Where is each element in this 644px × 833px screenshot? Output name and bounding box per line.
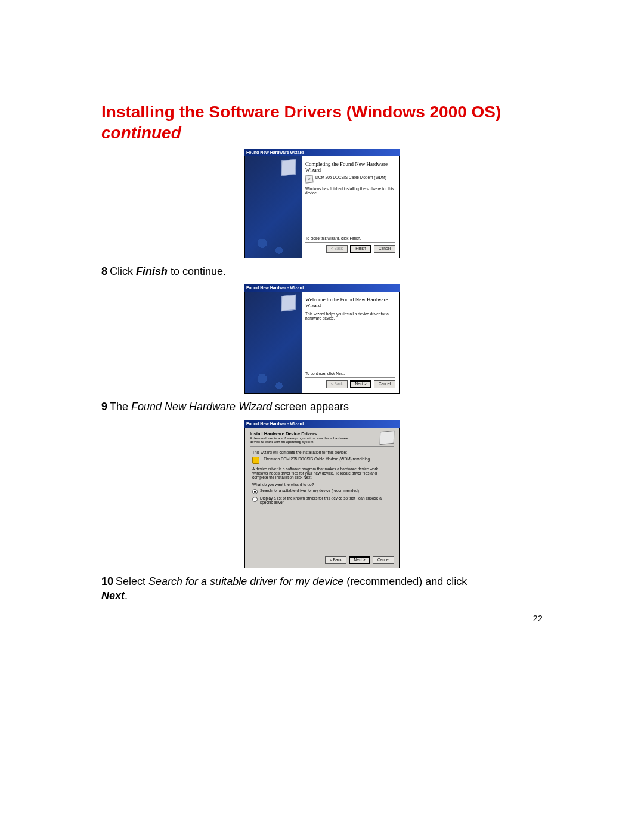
wizard-sidebar-graphic — [245, 292, 302, 393]
wizard-continue-hint: To continue, click Next. — [305, 371, 395, 376]
step-text: Click — [110, 265, 136, 277]
step-bold: Finish — [136, 265, 168, 277]
radio-label: Display a list of the known drivers for … — [260, 496, 392, 504]
back-button[interactable]: < Back — [325, 556, 346, 564]
window-titlebar: Found New Hardware Wizard — [244, 420, 400, 428]
warning-device-icon — [252, 457, 259, 464]
cancel-button[interactable]: Cancel — [374, 380, 395, 388]
document-icon — [281, 295, 296, 311]
step-number: 9 — [101, 401, 107, 413]
wizard-intro: This wizard will complete the installati… — [252, 450, 392, 454]
device-name: Thomson DCM 205 DOCSIS Cable Modem (WDM)… — [264, 457, 370, 461]
next-button[interactable]: Next > — [349, 556, 370, 564]
next-button[interactable]: Next > — [350, 380, 371, 388]
wizard-question: What do you want the wizard to do? — [252, 482, 392, 487]
back-button: < Back — [326, 245, 348, 253]
wizard-screenshot-welcome: Found New Hardware Wizard Welcome to the… — [244, 284, 400, 394]
document-icon — [281, 159, 296, 176]
step-10: 10Select Search for a suitable driver fo… — [101, 574, 543, 603]
wizard-screenshot-completing: Found New Hardware Wizard Completing the… — [244, 149, 400, 258]
step-text-after: screen appears — [272, 401, 349, 413]
wizard-explanation: A device driver is a software program th… — [252, 467, 392, 479]
cancel-button[interactable]: Cancel — [373, 556, 394, 564]
back-button: < Back — [326, 380, 348, 388]
wizard-message: This wizard helps you install a device d… — [305, 312, 395, 320]
wizard-message: Windows has finished installing the soft… — [305, 187, 395, 195]
step-number: 10 — [101, 575, 113, 587]
heading-continued: continued — [101, 123, 181, 142]
step-text: The — [110, 401, 131, 413]
radio-option-search[interactable]: Search for a suitable driver for my devi… — [252, 488, 392, 494]
wizard-heading: Completing the Found New Hardware Wizard — [305, 161, 395, 173]
device-icon: ◇ — [305, 175, 313, 183]
step-italic: Search for a suitable driver for my devi… — [148, 575, 343, 587]
wizard-close-hint: To close this wizard, click Finish. — [305, 236, 395, 240]
step-period: . — [125, 590, 128, 602]
radio-option-display-list[interactable]: Display a list of the known drivers for … — [252, 496, 392, 504]
radio-icon — [252, 489, 258, 494]
hardware-icon — [380, 430, 395, 444]
device-name: DCM 205 DOCSIS Cable Modem (WDM) — [315, 175, 386, 179]
radio-label: Search for a suitable driver for my devi… — [260, 488, 359, 493]
step-text-mid: (recommended) and click — [343, 575, 467, 587]
window-titlebar: Found New Hardware Wizard — [244, 149, 400, 156]
cancel-button[interactable]: Cancel — [374, 245, 395, 253]
wizard-header-title: Install Hardware Device Drivers — [250, 431, 317, 436]
finish-button[interactable]: Finish — [350, 245, 371, 253]
heading-main: Installing the Software Drivers (Windows… — [101, 103, 501, 121]
radio-icon — [252, 497, 258, 502]
step-number: 8 — [101, 265, 107, 277]
page-heading: Installing the Software Drivers (Windows… — [101, 101, 543, 143]
divider — [250, 446, 394, 447]
window-titlebar: Found New Hardware Wizard — [244, 284, 400, 292]
wizard-header-desc: A device driver is a software program th… — [250, 436, 357, 444]
step-bold: Next — [101, 590, 125, 602]
step-text-after: to continue. — [168, 265, 226, 277]
wizard-heading: Welcome to the Found New Hardware Wizard — [305, 296, 395, 308]
wizard-sidebar-graphic — [245, 156, 302, 258]
wizard-screenshot-install-drivers: Found New Hardware Wizard Install Hardwa… — [244, 420, 400, 568]
step-text: Select — [116, 575, 148, 587]
step-9: 9The Found New Hardware Wizard screen ap… — [101, 400, 543, 414]
page-number: 22 — [101, 614, 543, 623]
step-italic: Found New Hardware Wizard — [131, 401, 272, 413]
step-8: 8Click Finish to continue. — [101, 264, 543, 278]
